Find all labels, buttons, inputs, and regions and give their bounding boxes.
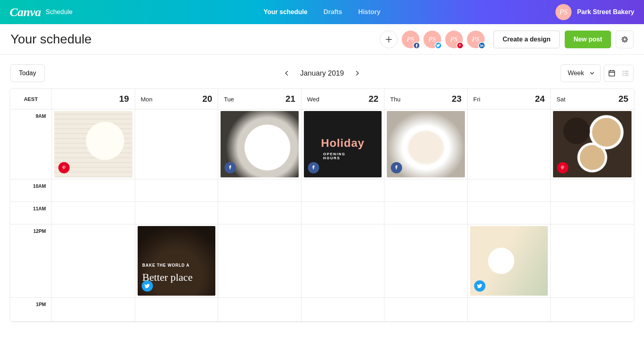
day-column [468, 109, 551, 322]
top-right: PS Park Street Bakery [555, 4, 634, 20]
calendar-cell[interactable] [135, 179, 218, 202]
nav-schedule[interactable]: Your schedule [264, 8, 308, 16]
svg-point-4 [623, 71, 624, 72]
account-twitter[interactable]: PS [423, 31, 441, 48]
day-header: Thu23 [384, 89, 468, 109]
calendar-cell[interactable] [468, 202, 551, 224]
calendar-cell[interactable] [218, 202, 301, 224]
top-nav: Your schedule Drafts History [264, 8, 380, 16]
calendar-cell[interactable]: BAKE THE WORLD A Better place [135, 224, 218, 298]
day-header: Tue21 [218, 89, 301, 109]
calendar-cell[interactable] [135, 109, 218, 179]
account-group: PS PS PS PS [380, 31, 485, 48]
calendar-cell[interactable] [218, 298, 301, 322]
calendar-cell[interactable] [52, 224, 135, 298]
user-name[interactable]: Park Street Bakery [577, 8, 634, 16]
calendar-cell[interactable] [468, 224, 551, 298]
topbar: Canva Schedule Your schedule Drafts Hist… [0, 0, 644, 24]
create-design-button[interactable]: Create a design [493, 31, 560, 48]
scheduled-post[interactable] [54, 111, 132, 177]
today-button[interactable]: Today [10, 64, 45, 82]
account-pinterest[interactable]: PS [445, 31, 463, 48]
calendar-cell[interactable] [468, 298, 551, 322]
new-post-button[interactable]: New post [565, 31, 611, 48]
account-linkedin[interactable]: PS [467, 31, 485, 48]
day-header: Mon20 [135, 89, 219, 109]
day-header: 19 [52, 89, 135, 109]
calendar-cell[interactable] [551, 202, 634, 224]
post-overline: BAKE THE WORLD A [142, 263, 190, 267]
calendar-cell[interactable] [384, 179, 467, 202]
subheader: Your schedule PS PS PS PS Create a desig… [0, 24, 644, 55]
chevron-down-icon [590, 71, 594, 76]
calendar-cell[interactable] [52, 202, 135, 224]
brand[interactable]: Canva Schedule [10, 5, 72, 19]
chevron-right-icon [355, 70, 360, 76]
time-label: 11AM [10, 202, 52, 224]
calendar-cell[interactable] [468, 109, 551, 179]
day-column [551, 109, 634, 322]
brand-sub: Schedule [46, 8, 73, 16]
twitter-icon [435, 42, 442, 49]
post-headline: Better place [142, 272, 193, 284]
svg-rect-3 [609, 71, 615, 76]
calendar-cell[interactable] [52, 109, 135, 179]
calendar-cell[interactable] [551, 179, 634, 202]
scheduled-post[interactable] [387, 111, 465, 177]
day-column: BAKE THE WORLD A Better place [135, 109, 219, 322]
calendar-cell[interactable] [52, 298, 135, 322]
month-nav: January 2019 [281, 68, 362, 78]
next-month-button[interactable] [352, 68, 363, 78]
scheduled-post[interactable]: BAKE THE WORLD A Better place [138, 226, 216, 296]
calendar-view-button[interactable] [605, 65, 619, 81]
scheduled-post[interactable] [470, 226, 548, 296]
calendar-cell[interactable] [218, 109, 301, 179]
calendar-cell[interactable]: Holiday OPENING HOURS [301, 109, 384, 179]
user-avatar[interactable]: PS [555, 4, 572, 20]
calendar-cell[interactable] [551, 109, 634, 179]
scheduled-post[interactable]: Holiday OPENING HOURS [304, 111, 382, 177]
view-range-select[interactable]: Week [561, 64, 601, 82]
calendar-cell[interactable] [301, 298, 384, 322]
calendar-cell[interactable] [384, 202, 467, 224]
calendar-cell[interactable] [384, 298, 467, 322]
time-label: 12PM [10, 224, 52, 298]
nav-history[interactable]: History [358, 8, 380, 16]
month-label: January 2019 [300, 69, 344, 78]
scheduled-post[interactable] [221, 111, 299, 177]
post-title: Holiday [321, 136, 364, 149]
list-icon [621, 69, 630, 77]
calendar-cell[interactable] [551, 224, 634, 298]
add-account-button[interactable] [380, 31, 398, 48]
pinterest-icon [456, 42, 464, 49]
day-column: Holiday OPENING HOURS [301, 109, 385, 322]
calendar-body: 9AM 10AM 11AM 12PM 1PM BAKE [10, 109, 634, 322]
calendar-cell[interactable] [135, 298, 218, 322]
calendar-cell[interactable] [218, 179, 301, 202]
prev-month-button[interactable] [281, 68, 292, 78]
scheduled-post[interactable] [553, 111, 632, 177]
svg-rect-1 [480, 45, 481, 47]
calendar-cell[interactable] [218, 224, 301, 298]
time-label: 1PM [10, 298, 52, 322]
calendar-cell[interactable] [52, 179, 135, 202]
svg-point-6 [623, 75, 624, 76]
calendar-cell[interactable] [468, 179, 551, 202]
calendar-cell[interactable] [301, 202, 384, 224]
day-header: Sat25 [551, 89, 634, 109]
facebook-icon [225, 162, 236, 173]
calendar-cell[interactable] [384, 224, 467, 298]
nav-drafts[interactable]: Drafts [324, 8, 342, 16]
list-view-button[interactable] [619, 65, 632, 81]
day-header: Fri24 [468, 89, 551, 109]
calendar-cell[interactable] [551, 298, 634, 322]
calendar-header-row: AEST 19 Mon20 Tue21 Wed22 Thu23 Fri24 Sa… [10, 89, 634, 109]
calendar-cell[interactable] [384, 109, 467, 179]
settings-button[interactable] [616, 31, 634, 48]
account-facebook[interactable]: PS [402, 31, 419, 48]
svg-point-2 [480, 44, 481, 45]
calendar-cell[interactable] [135, 202, 218, 224]
calendar-cell[interactable] [301, 224, 384, 298]
calendar-cell[interactable] [301, 179, 384, 202]
time-label: 9AM [10, 109, 52, 179]
